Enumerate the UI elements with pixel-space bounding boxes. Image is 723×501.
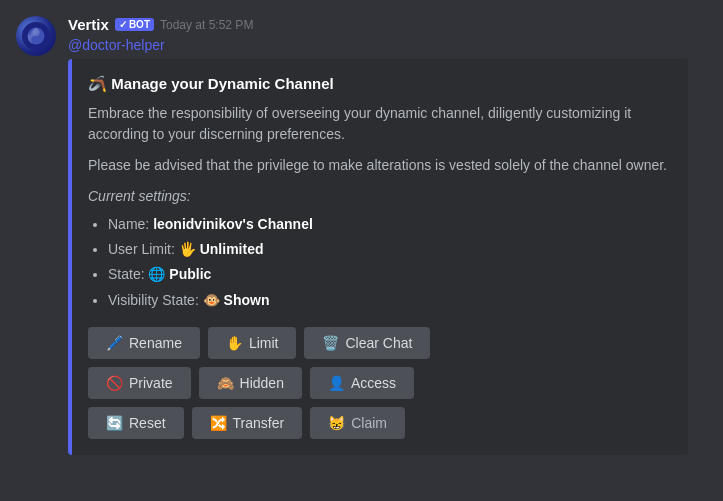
timestamp: Today at 5:52 PM [160, 18, 253, 32]
description-1: Embrace the responsibility of overseeing… [88, 103, 672, 145]
transfer-button[interactable]: 🔀 Transfer [192, 407, 303, 439]
setting-visibility: Visibility State: 🐵 Shown [108, 288, 672, 313]
button-row-3: 🔄 Reset 🔀 Transfer 😸 Claim [88, 407, 672, 439]
avatar [16, 16, 56, 56]
private-button[interactable]: 🚫 Private [88, 367, 191, 399]
setting-state: State: 🌐 Public [108, 262, 672, 287]
embed-card: 🪃 Manage your Dynamic Channel Embrace th… [68, 59, 688, 455]
clear-chat-button[interactable]: 🗑️ Clear Chat [304, 327, 430, 359]
message-body: Vertix ✓ BOT Today at 5:52 PM @doctor-he… [68, 16, 707, 455]
setting-name: Name: leonidvinikov's Channel [108, 212, 672, 237]
rename-button[interactable]: 🖊️ Rename [88, 327, 200, 359]
embed-title: 🪃 Manage your Dynamic Channel [88, 75, 672, 93]
button-row-1: 🖊️ Rename ✋ Limit 🗑️ Clear Chat [88, 327, 672, 359]
hidden-button[interactable]: 🙈 Hidden [199, 367, 302, 399]
buttons-section: 🖊️ Rename ✋ Limit 🗑️ Clear Chat 🚫 Privat… [88, 327, 672, 439]
limit-button[interactable]: ✋ Limit [208, 327, 297, 359]
checkmark-icon: ✓ [119, 19, 127, 30]
message-header: Vertix ✓ BOT Today at 5:52 PM [68, 16, 707, 33]
description-2: Please be advised that the privilege to … [88, 155, 672, 176]
message-container: Vertix ✓ BOT Today at 5:52 PM @doctor-he… [16, 16, 707, 455]
svg-point-1 [33, 29, 40, 36]
claim-button[interactable]: 😸 Claim [310, 407, 405, 439]
reset-button[interactable]: 🔄 Reset [88, 407, 184, 439]
setting-user-limit: User Limit: 🖐️ Unlimited [108, 237, 672, 262]
access-button[interactable]: 👤 Access [310, 367, 414, 399]
bot-badge: ✓ BOT [115, 18, 154, 31]
username: Vertix [68, 16, 109, 33]
button-row-2: 🚫 Private 🙈 Hidden 👤 Access [88, 367, 672, 399]
title-emoji: 🪃 [88, 75, 111, 92]
mention: @doctor-helper [68, 37, 707, 53]
embed-description: Embrace the responsibility of overseeing… [88, 103, 672, 176]
settings-list: Name: leonidvinikov's Channel User Limit… [88, 212, 672, 313]
current-settings-label: Current settings: [88, 188, 672, 204]
